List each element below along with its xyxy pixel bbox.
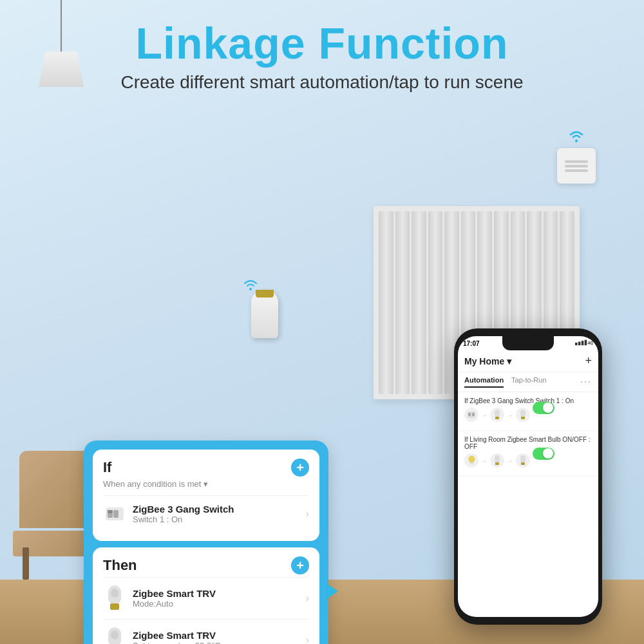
flow-icon-trv-2: [516, 408, 530, 422]
svg-rect-29: [521, 462, 525, 465]
svg-point-8: [111, 589, 118, 598]
svg-rect-22: [520, 410, 526, 417]
svg-rect-7: [110, 603, 119, 610]
wall-switch: [557, 129, 596, 184]
phone-toggle-1[interactable]: [533, 402, 554, 414]
lamp-shade: [39, 52, 84, 87]
flow-icon-switch: [464, 408, 478, 422]
phone-tabs: Automation Tap-to-Run ···: [458, 372, 598, 392]
svg-rect-13: [578, 342, 581, 346]
svg-point-24: [468, 456, 475, 463]
phone-screen: 17:07 4G My Home ▾ + Automation Tap-to-R…: [458, 336, 598, 617]
then-card-title: Then: [103, 557, 137, 574]
svg-rect-20: [495, 410, 500, 417]
switch-icon: [103, 502, 126, 526]
trv-icon-1: [103, 584, 126, 612]
svg-point-1: [249, 288, 252, 290]
automation-panel: If + When any condition is met ▾ ZigBee …: [84, 440, 328, 644]
if-card: If + When any condition is met ▾ ZigBee …: [93, 450, 319, 541]
svg-rect-19: [472, 413, 475, 416]
phone-tab-tap-to-run[interactable]: Tap-to-Run: [511, 376, 546, 388]
then-item-2-name: Zigbee Smart TRV: [133, 630, 221, 641]
trv-wifi-icon: [242, 277, 260, 294]
then-chevron-1: ›: [306, 592, 309, 604]
then-item-2: Zigbee Smart TRV Set temperature:22.0°C …: [103, 619, 309, 644]
then-card: Then + Zigbee Smart TRV Mode:Auto ›: [93, 547, 319, 644]
phone-automation-item-1: If ZigBee 3 Gang Switch Switch 1 : On →: [458, 392, 598, 431]
svg-point-11: [111, 630, 118, 639]
trv-device: [251, 290, 278, 338]
phone-home-title: My Home ▾: [464, 356, 511, 366]
phone-mockup: 17:07 4G My Home ▾ + Automation Tap-to-R…: [454, 328, 602, 625]
flow-icon-bulb: [464, 453, 478, 468]
if-card-header: If +: [103, 459, 309, 477]
flow-icon-trv-1: [490, 408, 504, 422]
flow-icon-trv-4: [516, 453, 530, 468]
if-add-button[interactable]: +: [291, 459, 309, 477]
if-condition-row: ZigBee 3 Gang Switch Switch 1 : On ›: [103, 495, 309, 532]
svg-rect-18: [468, 413, 471, 416]
svg-rect-25: [470, 462, 473, 464]
phone-auto-flow-2: → →: [464, 453, 592, 468]
svg-rect-28: [520, 455, 526, 463]
svg-rect-4: [113, 510, 118, 518]
then-item-1-detail: Mode:Auto: [133, 599, 216, 609]
if-card-title: If: [103, 459, 111, 476]
svg-rect-12: [575, 343, 578, 345]
lamp-cord: [61, 0, 62, 52]
then-item-1: Zigbee Smart TRV Mode:Auto ›: [103, 577, 309, 619]
svg-rect-23: [521, 417, 525, 419]
phone-time: 17:07: [463, 340, 480, 347]
flow-arrow-2: →: [507, 412, 513, 419]
flow-arrow-4: →: [507, 457, 513, 464]
if-condition-detail: Switch 1 : On: [133, 515, 234, 524]
phone-toggle-2[interactable]: [533, 448, 554, 460]
phone-menu-icon[interactable]: ···: [580, 376, 592, 388]
phone-tab-automation[interactable]: Automation: [464, 376, 504, 388]
connect-arrow: [327, 583, 338, 599]
wifi-icon: [557, 129, 596, 146]
if-card-subtitle: When any condition is met ▾: [103, 479, 309, 489]
phone-add-icon[interactable]: +: [585, 354, 592, 368]
svg-rect-21: [495, 417, 499, 419]
flow-icon-trv-3: [490, 453, 504, 468]
then-item-1-name: Zigbee Smart TRV: [133, 588, 216, 599]
then-card-header: Then +: [103, 556, 309, 574]
svg-rect-15: [585, 340, 587, 345]
then-item-2-text: Zigbee Smart TRV Set temperature:22.0°C: [133, 630, 221, 644]
svg-point-0: [575, 140, 578, 142]
phone-signal: 4G: [575, 339, 593, 348]
lamp: [39, 0, 84, 87]
if-condition-text: ZigBee 3 Gang Switch Switch 1 : On: [133, 504, 234, 524]
svg-rect-26: [495, 455, 500, 463]
phone-notch: [502, 336, 554, 350]
then-add-button[interactable]: +: [291, 556, 309, 574]
flow-arrow-3: →: [481, 457, 488, 464]
phone-auto-title-1: If ZigBee 3 Gang Switch Switch 1 : On: [464, 397, 592, 404]
svg-rect-14: [582, 341, 584, 345]
switch-box: [557, 148, 596, 184]
if-chevron-icon: ›: [306, 508, 309, 520]
svg-rect-5: [108, 510, 113, 513]
svg-rect-27: [495, 462, 499, 465]
phone-home-header: My Home ▾ +: [458, 352, 598, 372]
then-item-2-detail: Set temperature:22.0°C: [133, 641, 221, 644]
flow-arrow-1: →: [481, 412, 488, 419]
phone-auto-title-2: If Living Room Zigbee Smart Bulb ON/OFF …: [464, 436, 592, 450]
if-condition-name: ZigBee 3 Gang Switch: [133, 504, 234, 515]
then-chevron-2: ›: [306, 634, 309, 644]
trv-icon-2: [103, 626, 126, 644]
then-item-1-text: Zigbee Smart TRV Mode:Auto: [133, 588, 216, 609]
phone-automation-item-2: If Living Room Zigbee Smart Bulb ON/OFF …: [458, 431, 598, 477]
phone-auto-flow-1: → →: [464, 408, 592, 422]
svg-text:4G: 4G: [588, 341, 593, 346]
